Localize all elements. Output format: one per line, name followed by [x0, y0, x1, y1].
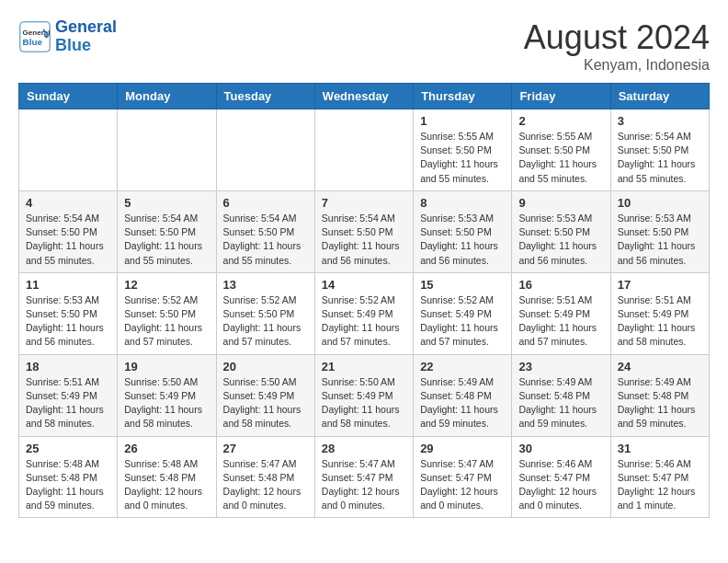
calendar-cell: 7Sunrise: 5:54 AM Sunset: 5:50 PM Daylig…: [314, 190, 413, 272]
day-info: Sunrise: 5:54 AM Sunset: 5:50 PM Dayligh…: [124, 212, 209, 268]
day-number: 3: [618, 114, 702, 128]
calendar-cell: [314, 109, 413, 191]
col-monday: Monday: [118, 84, 216, 109]
location-subtitle: Kenyam, Indonesia: [524, 57, 710, 74]
day-number: 25: [26, 442, 110, 455]
day-number: 24: [618, 360, 702, 373]
day-number: 19: [124, 360, 209, 373]
svg-text:Blue: Blue: [23, 37, 43, 47]
day-number: 22: [420, 360, 505, 373]
day-number: 18: [26, 360, 110, 373]
calendar-header: Sunday Monday Tuesday Wednesday Thursday…: [19, 84, 710, 109]
day-number: 8: [420, 196, 505, 210]
calendar-cell: 31Sunrise: 5:46 AM Sunset: 5:47 PM Dayli…: [610, 436, 709, 518]
calendar-cell: [216, 109, 314, 191]
day-info: Sunrise: 5:49 AM Sunset: 5:48 PM Dayligh…: [618, 375, 702, 431]
calendar-cell: 16Sunrise: 5:51 AM Sunset: 5:49 PM Dayli…: [512, 272, 610, 354]
calendar-cell: 18Sunrise: 5:51 AM Sunset: 5:49 PM Dayli…: [19, 354, 118, 436]
day-info: Sunrise: 5:50 AM Sunset: 5:49 PM Dayligh…: [124, 375, 209, 431]
calendar-cell: 9Sunrise: 5:53 AM Sunset: 5:50 PM Daylig…: [512, 190, 610, 272]
day-info: Sunrise: 5:47 AM Sunset: 5:47 PM Dayligh…: [420, 457, 505, 513]
calendar-cell: 28Sunrise: 5:47 AM Sunset: 5:47 PM Dayli…: [314, 436, 413, 518]
col-wednesday: Wednesday: [314, 84, 413, 109]
day-info: Sunrise: 5:52 AM Sunset: 5:50 PM Dayligh…: [124, 293, 209, 350]
day-number: 29: [420, 442, 505, 455]
calendar-cell: 4Sunrise: 5:54 AM Sunset: 5:50 PM Daylig…: [19, 190, 118, 272]
day-number: 5: [124, 196, 209, 210]
calendar-cell: 19Sunrise: 5:50 AM Sunset: 5:49 PM Dayli…: [118, 354, 216, 436]
day-number: 21: [322, 360, 406, 373]
calendar-week-3: 11Sunrise: 5:53 AM Sunset: 5:50 PM Dayli…: [19, 272, 710, 354]
calendar-cell: 30Sunrise: 5:46 AM Sunset: 5:47 PM Dayli…: [512, 436, 610, 518]
day-number: 16: [518, 278, 603, 292]
calendar-cell: 6Sunrise: 5:54 AM Sunset: 5:50 PM Daylig…: [216, 190, 314, 272]
day-info: Sunrise: 5:54 AM Sunset: 5:50 PM Dayligh…: [26, 212, 110, 268]
calendar-cell: [118, 109, 216, 191]
day-info: Sunrise: 5:54 AM Sunset: 5:50 PM Dayligh…: [618, 130, 702, 186]
day-info: Sunrise: 5:53 AM Sunset: 5:50 PM Dayligh…: [518, 212, 603, 268]
calendar-cell: 12Sunrise: 5:52 AM Sunset: 5:50 PM Dayli…: [118, 272, 216, 354]
calendar-cell: 20Sunrise: 5:50 AM Sunset: 5:49 PM Dayli…: [216, 354, 314, 436]
day-number: 28: [322, 442, 406, 455]
calendar-week-2: 4Sunrise: 5:54 AM Sunset: 5:50 PM Daylig…: [19, 190, 710, 272]
day-info: Sunrise: 5:52 AM Sunset: 5:49 PM Dayligh…: [322, 293, 406, 350]
calendar-cell: 27Sunrise: 5:47 AM Sunset: 5:48 PM Dayli…: [216, 436, 314, 518]
day-info: Sunrise: 5:48 AM Sunset: 5:48 PM Dayligh…: [124, 457, 209, 513]
col-thursday: Thursday: [414, 84, 512, 109]
day-number: 20: [223, 360, 308, 373]
day-number: 9: [518, 196, 603, 210]
day-number: 30: [518, 442, 603, 455]
day-number: 13: [223, 278, 308, 292]
day-number: 31: [618, 442, 702, 455]
day-number: 15: [420, 278, 505, 292]
day-info: Sunrise: 5:47 AM Sunset: 5:47 PM Dayligh…: [322, 457, 406, 513]
day-number: 1: [420, 114, 505, 128]
day-info: Sunrise: 5:48 AM Sunset: 5:48 PM Dayligh…: [26, 457, 110, 513]
day-number: 4: [26, 196, 110, 210]
day-info: Sunrise: 5:55 AM Sunset: 5:50 PM Dayligh…: [420, 130, 505, 186]
calendar-cell: 10Sunrise: 5:53 AM Sunset: 5:50 PM Dayli…: [610, 190, 709, 272]
col-friday: Friday: [512, 84, 610, 109]
day-number: 10: [618, 196, 702, 210]
logo-icon: General Blue: [18, 20, 51, 53]
calendar-cell: [19, 109, 118, 191]
calendar-cell: 29Sunrise: 5:47 AM Sunset: 5:47 PM Dayli…: [414, 436, 512, 518]
col-tuesday: Tuesday: [216, 84, 314, 109]
day-info: Sunrise: 5:54 AM Sunset: 5:50 PM Dayligh…: [223, 212, 308, 268]
day-info: Sunrise: 5:50 AM Sunset: 5:49 PM Dayligh…: [322, 375, 406, 431]
day-info: Sunrise: 5:55 AM Sunset: 5:50 PM Dayligh…: [518, 130, 603, 186]
page-header: General Blue General Blue August 2024 Ke…: [18, 18, 710, 74]
day-number: 27: [223, 442, 308, 455]
month-title: August 2024: [524, 18, 710, 57]
day-info: Sunrise: 5:49 AM Sunset: 5:48 PM Dayligh…: [518, 375, 603, 431]
calendar-body: 1Sunrise: 5:55 AM Sunset: 5:50 PM Daylig…: [19, 109, 710, 518]
day-number: 6: [223, 196, 308, 210]
logo-general: General: [55, 17, 117, 36]
day-info: Sunrise: 5:51 AM Sunset: 5:49 PM Dayligh…: [618, 293, 702, 350]
calendar-cell: 17Sunrise: 5:51 AM Sunset: 5:49 PM Dayli…: [610, 272, 709, 354]
day-number: 17: [618, 278, 702, 292]
calendar-week-4: 18Sunrise: 5:51 AM Sunset: 5:49 PM Dayli…: [19, 354, 710, 436]
calendar-cell: 25Sunrise: 5:48 AM Sunset: 5:48 PM Dayli…: [19, 436, 118, 518]
calendar-cell: 2Sunrise: 5:55 AM Sunset: 5:50 PM Daylig…: [512, 109, 610, 191]
day-info: Sunrise: 5:51 AM Sunset: 5:49 PM Dayligh…: [26, 375, 110, 431]
day-number: 2: [518, 114, 603, 128]
logo: General Blue General Blue: [18, 18, 117, 55]
day-info: Sunrise: 5:50 AM Sunset: 5:49 PM Dayligh…: [223, 375, 308, 431]
day-info: Sunrise: 5:49 AM Sunset: 5:48 PM Dayligh…: [420, 375, 505, 431]
calendar-cell: 11Sunrise: 5:53 AM Sunset: 5:50 PM Dayli…: [19, 272, 118, 354]
day-number: 26: [124, 442, 209, 455]
calendar-cell: 14Sunrise: 5:52 AM Sunset: 5:49 PM Dayli…: [314, 272, 413, 354]
calendar-cell: 26Sunrise: 5:48 AM Sunset: 5:48 PM Dayli…: [118, 436, 216, 518]
calendar-cell: 24Sunrise: 5:49 AM Sunset: 5:48 PM Dayli…: [610, 354, 709, 436]
logo-blue: Blue: [55, 36, 91, 54]
col-sunday: Sunday: [19, 84, 118, 109]
calendar-cell: 22Sunrise: 5:49 AM Sunset: 5:48 PM Dayli…: [414, 354, 512, 436]
day-number: 14: [322, 278, 406, 292]
day-info: Sunrise: 5:52 AM Sunset: 5:50 PM Dayligh…: [223, 293, 308, 350]
calendar-cell: 23Sunrise: 5:49 AM Sunset: 5:48 PM Dayli…: [512, 354, 610, 436]
calendar-cell: 5Sunrise: 5:54 AM Sunset: 5:50 PM Daylig…: [118, 190, 216, 272]
day-info: Sunrise: 5:46 AM Sunset: 5:47 PM Dayligh…: [518, 457, 603, 513]
day-info: Sunrise: 5:53 AM Sunset: 5:50 PM Dayligh…: [618, 212, 702, 268]
calendar-week-5: 25Sunrise: 5:48 AM Sunset: 5:48 PM Dayli…: [19, 436, 710, 518]
